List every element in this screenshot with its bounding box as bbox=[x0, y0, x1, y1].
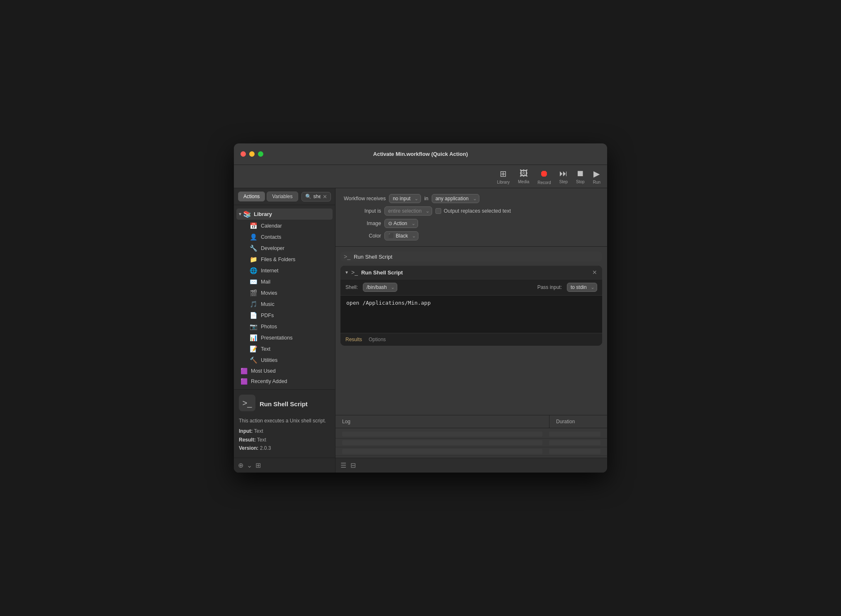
close-button[interactable] bbox=[241, 151, 246, 157]
sidebar-tabs: Actions Variables 🔍 ✕ bbox=[234, 188, 335, 205]
result-label: Result: bbox=[239, 437, 256, 443]
sidebar-item-photos[interactable]: 📷 Photos bbox=[236, 321, 333, 332]
receives-label: Workflow receives bbox=[344, 196, 386, 201]
step-toolbar-item[interactable]: ⏭ Step bbox=[559, 169, 568, 184]
pdfs-icon: 📄 bbox=[250, 312, 258, 319]
sidebar-item-utilities[interactable]: 🔨 Utilities bbox=[236, 355, 333, 366]
sidebar-item-calendar[interactable]: 📅 Calendar bbox=[236, 221, 333, 231]
duration-col-header: Duration bbox=[549, 415, 607, 428]
color-row: Color ⬛ Black bbox=[344, 231, 599, 240]
receives-select[interactable]: no input bbox=[389, 194, 421, 203]
sidebar-item-presentations[interactable]: 📊 Presentations bbox=[236, 332, 333, 343]
sidebar-item-music[interactable]: 🎵 Music bbox=[236, 299, 333, 310]
library-header[interactable]: ▾ 📚 Library bbox=[236, 209, 333, 220]
shell-select[interactable]: /bin/bash bbox=[363, 283, 397, 292]
sidebar-item-label: Mail bbox=[261, 279, 270, 285]
input-value: Text bbox=[254, 428, 263, 434]
sidebar-content: ▾ 📚 Library 📅 Calendar 👤 Contacts 🔧 Deve… bbox=[234, 205, 335, 389]
log-row-content bbox=[342, 440, 542, 445]
grid-icon[interactable]: ⊞ bbox=[255, 461, 261, 469]
sidebar-item-label: Movies bbox=[261, 290, 277, 296]
sidebar-item-developer[interactable]: 🔧 Developer bbox=[236, 243, 333, 254]
sidebar-item-contacts[interactable]: 👤 Contacts bbox=[236, 232, 333, 243]
list-view-icon[interactable]: ☰ bbox=[340, 461, 346, 469]
sidebar-item-label: Developer bbox=[261, 245, 284, 251]
result-value: Text bbox=[257, 437, 266, 443]
library-label: Library bbox=[254, 211, 272, 217]
input-is-select[interactable]: entire selection bbox=[384, 206, 432, 216]
sidebar-item-text[interactable]: 📝 Text bbox=[236, 344, 333, 354]
receives-select-wrapper: no input bbox=[389, 194, 421, 203]
sidebar-item-label: Presentations bbox=[261, 335, 292, 341]
shell-label: Shell: bbox=[345, 284, 358, 290]
media-label: Media bbox=[518, 179, 529, 184]
search-clear-icon[interactable]: ✕ bbox=[323, 194, 327, 200]
color-label: Color bbox=[344, 233, 381, 239]
toolbar: ⊞ Library 🖼 Media ⏺ Record ⏭ Step ⏹ Stop… bbox=[234, 165, 607, 188]
developer-icon: 🔧 bbox=[250, 245, 258, 252]
sidebar-bottom-bar: ⊕ ⌄ ⊞ bbox=[234, 458, 335, 473]
log-row bbox=[335, 439, 607, 447]
shell-code-editor[interactable]: open /Applications/Min.app bbox=[340, 296, 602, 333]
sidebar-info-panel: >_ Run Shell Script This action executes… bbox=[234, 389, 335, 457]
right-bottom-bar: ☰ ⊟ bbox=[335, 458, 607, 473]
color-select-wrapper: ⬛ Black bbox=[384, 231, 418, 240]
shell-card-header: ▾ >_ Run Shell Script ✕ bbox=[340, 266, 602, 279]
run-toolbar-item[interactable]: ▶ Run bbox=[593, 169, 600, 184]
image-select[interactable]: ⊙ Action bbox=[384, 219, 418, 228]
photos-icon: 📷 bbox=[250, 323, 258, 330]
sidebar-item-files-folders[interactable]: 📁 Files & Folders bbox=[236, 254, 333, 265]
tab-actions[interactable]: Actions bbox=[238, 192, 265, 201]
music-icon: 🎵 bbox=[250, 301, 258, 308]
color-select[interactable]: ⬛ Black bbox=[384, 231, 418, 240]
shell-card-close-icon[interactable]: ✕ bbox=[592, 269, 597, 275]
calendar-icon: 📅 bbox=[250, 222, 258, 230]
maximize-button[interactable] bbox=[258, 151, 263, 157]
record-toolbar-item[interactable]: ⏺ Record bbox=[537, 168, 551, 185]
sidebar-item-mail[interactable]: ✉️ Mail bbox=[236, 276, 333, 287]
log-header: Log Duration bbox=[335, 415, 607, 428]
sidebar-item-recently-added[interactable]: 🟪 Recently Added bbox=[236, 376, 333, 386]
log-row bbox=[335, 430, 607, 439]
output-replaces-label[interactable]: Output replaces selected text bbox=[435, 208, 511, 214]
library-toolbar-item[interactable]: ⊞ Library bbox=[497, 169, 510, 184]
log-section: Log Duration bbox=[335, 415, 607, 458]
sidebar-item-internet[interactable]: 🌐 Internet bbox=[236, 265, 333, 276]
sidebar-item-label: PDFs bbox=[261, 313, 274, 318]
application-select-wrapper: any application bbox=[432, 194, 479, 203]
sidebar-item-label: Music bbox=[261, 301, 275, 307]
minimize-button[interactable] bbox=[249, 151, 255, 157]
media-toolbar-item[interactable]: 🖼 Media bbox=[518, 169, 529, 184]
chevron-down-small-icon[interactable]: ⌄ bbox=[247, 461, 252, 469]
search-input[interactable] bbox=[314, 194, 321, 199]
shell-options: Shell: /bin/bash Pass input: to stdin bbox=[340, 279, 602, 296]
stop-toolbar-item[interactable]: ⏹ Stop bbox=[576, 169, 585, 184]
workflow-receives-row: Workflow receives no input in any applic… bbox=[344, 194, 599, 203]
shell-card-title: Run Shell Script bbox=[361, 269, 589, 276]
contacts-icon: 👤 bbox=[250, 233, 258, 241]
right-panel: Workflow receives no input in any applic… bbox=[335, 188, 607, 472]
tab-variables[interactable]: Variables bbox=[267, 192, 298, 201]
application-select[interactable]: any application bbox=[432, 194, 479, 203]
sidebar-item-movies[interactable]: 🎬 Movies bbox=[236, 288, 333, 298]
output-replaces-checkbox[interactable] bbox=[435, 208, 441, 214]
search-box: 🔍 ✕ bbox=[301, 192, 331, 201]
results-tab[interactable]: Results bbox=[345, 336, 362, 343]
text-icon: 📝 bbox=[250, 345, 258, 353]
grid-view-icon[interactable]: ⊟ bbox=[350, 461, 356, 469]
record-label: Record bbox=[537, 180, 551, 185]
log-row bbox=[335, 447, 607, 456]
stop-icon: ⏹ bbox=[576, 169, 584, 178]
sidebar-item-label: Files & Folders bbox=[261, 257, 295, 262]
sidebar-item-most-used[interactable]: 🟪 Most Used bbox=[236, 366, 333, 376]
sidebar-item-label: Internet bbox=[261, 268, 278, 274]
info-meta: Input: Text Result: Text Version: 2.0.3 bbox=[239, 427, 330, 452]
sidebar-item-pdfs[interactable]: 📄 PDFs bbox=[236, 310, 333, 321]
pass-input-select[interactable]: to stdin bbox=[567, 283, 597, 292]
collapse-icon[interactable]: ▾ bbox=[345, 269, 348, 275]
action-strip-title: Run Shell Script bbox=[354, 254, 599, 260]
add-icon[interactable]: ⊕ bbox=[238, 461, 243, 469]
options-tab[interactable]: Options bbox=[369, 336, 386, 343]
record-icon: ⏺ bbox=[540, 168, 549, 179]
version-value: 2.0.3 bbox=[260, 445, 271, 451]
